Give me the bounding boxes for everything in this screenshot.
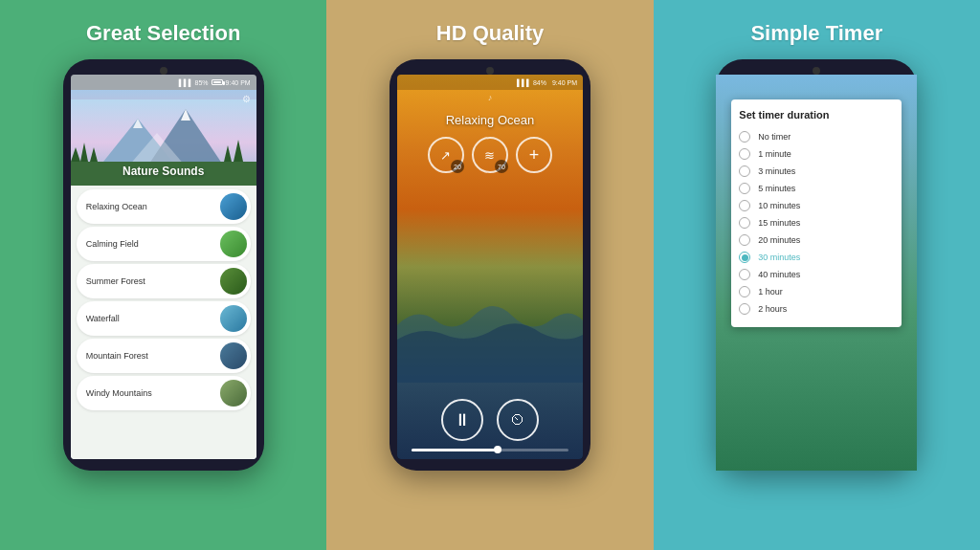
timer-option-8[interactable]: 40 minutes	[739, 266, 894, 283]
sound-name: Summer Forest	[86, 276, 145, 286]
sound-name: Relaxing Ocean	[86, 202, 147, 211]
panel2-title: HD Quality	[436, 21, 544, 46]
wind-control[interactable]: ≋ 70	[472, 137, 508, 173]
timer-label-8: 40 minutes	[758, 270, 800, 279]
progress-bar[interactable]	[412, 449, 569, 451]
plus-icon: +	[529, 145, 540, 165]
timer-label-2: 3 minutes	[758, 166, 795, 176]
music-note-icon: ♪	[397, 90, 583, 105]
sound-thumbnail	[220, 342, 247, 369]
timer-icon: ⏲	[510, 411, 525, 429]
top-controls: ↗ 20 ≋ 70 +	[397, 131, 583, 179]
sound-thumbnail	[220, 305, 247, 332]
list-item[interactable]: Calming Field	[77, 227, 251, 261]
phone1-screen: ▌▌▌ 85% 9:40 PM	[71, 75, 256, 459]
sound-thumbnail	[220, 380, 247, 407]
sound-name: Windy Mountains	[86, 388, 152, 398]
radio-20min[interactable]	[739, 234, 750, 246]
timer-button[interactable]: ⏲	[497, 399, 539, 441]
phone3-camera	[813, 67, 820, 75]
timer-option-7[interactable]: 30 minutes	[739, 249, 894, 266]
gear-icon[interactable]: ⚙	[242, 94, 251, 104]
phone1-time: 9:40 PM	[226, 79, 251, 86]
phone1-header: ⚙ Nature Sounds	[71, 90, 256, 186]
list-item[interactable]: Windy Mountains	[77, 376, 251, 410]
phone1-status-bar: ▌▌▌ 85% 9:40 PM	[71, 75, 256, 90]
timer-option-0[interactable]: No timer	[739, 128, 894, 145]
phone2-time: 9:40 PM	[552, 79, 577, 86]
phone3-screen: ▌▌▌ 83% 9:41 PM Set timer duration No ti…	[724, 75, 909, 459]
timer-label-1: 1 minute	[758, 149, 791, 159]
radio-2hr[interactable]	[739, 303, 750, 315]
radio-40min[interactable]	[739, 269, 750, 280]
radio-30min[interactable]	[739, 252, 750, 263]
ocean-image-area	[397, 179, 583, 391]
phone2-camera	[486, 67, 494, 75]
speed-control[interactable]: ↗ 20	[428, 137, 464, 173]
timer-option-3[interactable]: 5 minutes	[739, 180, 894, 197]
phone2-status-bar: ▌▌▌ 84% 9:40 PM	[397, 75, 583, 90]
timer-option-10[interactable]: 2 hours	[739, 300, 894, 318]
track-title-bar: Relaxing Ocean	[397, 105, 583, 131]
track-title: Relaxing Ocean	[397, 113, 583, 127]
timer-option-4[interactable]: 10 minutes	[739, 197, 894, 214]
phone2-screen: ▌▌▌ 84% 9:40 PM ♪ Relaxing Ocean ↗ 20 ≋ …	[397, 75, 583, 459]
phone1-battery	[212, 79, 223, 85]
phone-3: ▌▌▌ 83% 9:41 PM Set timer duration No ti…	[716, 59, 917, 471]
timer-option-9[interactable]: 1 hour	[739, 283, 894, 300]
wind-icon: ≋	[484, 148, 495, 163]
radio-15min[interactable]	[739, 217, 750, 229]
list-item[interactable]: Summer Forest	[77, 264, 251, 298]
progress-fill	[412, 449, 499, 451]
radio-1min[interactable]	[739, 148, 750, 160]
sound-list: Relaxing Ocean Calming Field Summer Fore…	[71, 186, 256, 459]
sound-thumbnail	[220, 268, 247, 295]
timer-dialog: Set timer duration No timer 1 minute 3 m…	[731, 99, 902, 327]
radio-5min[interactable]	[739, 183, 750, 194]
speed-badge: 20	[451, 160, 464, 173]
timer-dialog-title: Set timer duration	[739, 109, 894, 121]
panel1-title: Great Selection	[86, 21, 240, 46]
phone-1: ▌▌▌ 85% 9:40 PM	[63, 59, 264, 471]
speed-icon: ↗	[440, 148, 451, 163]
add-control[interactable]: +	[516, 137, 552, 173]
phone1-signal: ▌▌▌ 85%	[179, 79, 209, 86]
panel-simple-timer: Simple Timer ▌▌▌ 83% 9:41 PM Set timer d…	[654, 0, 980, 550]
timer-option-6[interactable]: 20 minutes	[739, 231, 894, 249]
app-title: Nature Sounds	[122, 165, 204, 178]
radio-10min[interactable]	[739, 200, 750, 211]
timer-option-1[interactable]: 1 minute	[739, 145, 894, 163]
sound-name: Waterfall	[86, 314, 120, 323]
timer-label-6: 20 minutes	[758, 235, 800, 245]
timer-label-10: 2 hours	[758, 304, 787, 314]
panel-hd-quality: HD Quality ▌▌▌ 84% 9:40 PM ♪	[326, 0, 653, 550]
pause-icon: ⏸	[454, 410, 471, 430]
timer-label-7: 30 minutes	[758, 253, 800, 262]
timer-label-3: 5 minutes	[758, 184, 795, 193]
radio-1hr[interactable]	[739, 286, 750, 297]
timer-label-4: 10 minutes	[758, 201, 800, 210]
panel-great-selection: Great Selection ▌▌▌ 85% 9:40 PM	[0, 0, 326, 550]
pause-button[interactable]: ⏸	[441, 399, 483, 441]
wind-badge: 70	[495, 160, 508, 173]
sound-thumbnail	[220, 231, 247, 257]
radio-no-timer[interactable]	[739, 131, 750, 143]
list-item[interactable]: Relaxing Ocean	[77, 189, 251, 224]
sound-thumbnail	[220, 193, 247, 220]
radio-inner-selected	[742, 254, 748, 261]
list-item[interactable]: Mountain Forest	[77, 339, 251, 373]
radio-3min[interactable]	[739, 165, 750, 177]
sound-name: Calming Field	[86, 239, 139, 249]
timer-label-5: 15 minutes	[758, 218, 800, 228]
phone-2: ▌▌▌ 84% 9:40 PM ♪ Relaxing Ocean ↗ 20 ≋ …	[390, 59, 590, 471]
panel3-title: Simple Timer	[750, 21, 882, 46]
timer-label-9: 1 hour	[758, 287, 783, 297]
phone1-camera	[160, 67, 167, 75]
bottom-controls: ⏸ ⏲	[397, 391, 583, 449]
sound-name: Mountain Forest	[86, 351, 148, 361]
timer-label-0: No timer	[758, 132, 791, 142]
phone2-signal: ▌▌▌ 84%	[517, 79, 546, 86]
timer-option-2[interactable]: 3 minutes	[739, 163, 894, 180]
timer-option-5[interactable]: 15 minutes	[739, 214, 894, 231]
list-item[interactable]: Waterfall	[77, 301, 251, 336]
